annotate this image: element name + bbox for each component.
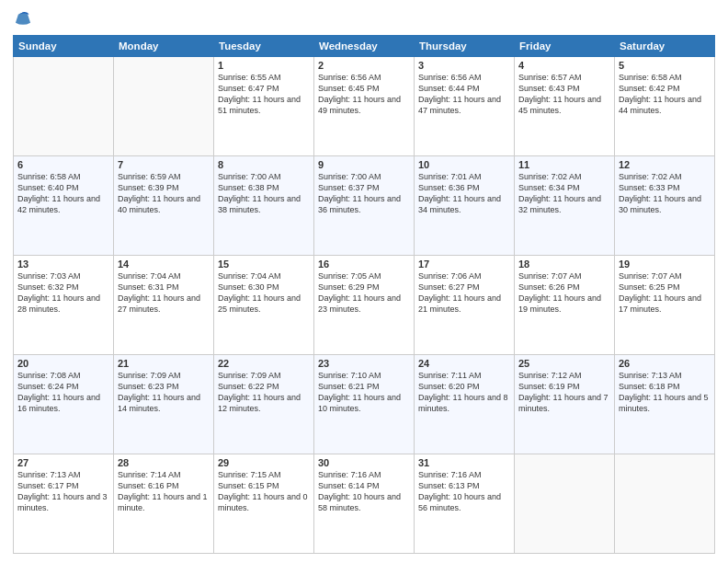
day-cell [14,57,114,156]
day-info: Sunrise: 6:56 AMSunset: 6:44 PMDaylight:… [418,72,510,117]
day-info: Sunrise: 7:03 AMSunset: 6:32 PMDaylight:… [17,270,109,316]
day-cell: 30Sunrise: 7:16 AMSunset: 6:14 PMDayligh… [314,454,415,554]
day-number: 16 [318,259,410,270]
day-cell: 15Sunrise: 7:04 AMSunset: 6:30 PMDayligh… [214,256,314,355]
day-info: Sunrise: 7:01 AMSunset: 6:36 PMDaylight:… [418,171,510,216]
day-info: Sunrise: 7:10 AMSunset: 6:21 PMDaylight:… [318,370,410,415]
day-number: 22 [218,358,310,369]
day-cell: 19Sunrise: 7:07 AMSunset: 6:25 PMDayligh… [615,256,715,355]
day-cell [114,57,214,156]
day-info: Sunrise: 6:56 AMSunset: 6:45 PMDaylight:… [318,72,410,117]
day-cell: 14Sunrise: 7:04 AMSunset: 6:31 PMDayligh… [114,256,214,355]
day-number: 6 [17,159,109,170]
day-cell: 1Sunrise: 6:55 AMSunset: 6:47 PMDaylight… [214,57,314,156]
weekday-sunday: Sunday [14,36,114,57]
day-cell: 22Sunrise: 7:09 AMSunset: 6:22 PMDayligh… [214,355,314,454]
calendar-table: SundayMondayTuesdayWednesdayThursdayFrid… [13,35,715,554]
day-info: Sunrise: 7:00 AMSunset: 6:37 PMDaylight:… [318,171,410,216]
day-info: Sunrise: 7:13 AMSunset: 6:17 PMDaylight:… [17,469,109,514]
day-info: Sunrise: 7:04 AMSunset: 6:31 PMDaylight:… [118,270,210,316]
day-cell: 8Sunrise: 7:00 AMSunset: 6:38 PMDaylight… [214,156,314,256]
day-info: Sunrise: 7:00 AMSunset: 6:38 PMDaylight:… [218,171,310,216]
day-cell: 23Sunrise: 7:10 AMSunset: 6:21 PMDayligh… [314,355,415,454]
day-number: 9 [318,159,410,170]
day-cell: 6Sunrise: 6:58 AMSunset: 6:40 PMDaylight… [14,156,114,256]
day-info: Sunrise: 6:57 AMSunset: 6:43 PMDaylight:… [518,72,610,117]
day-cell: 25Sunrise: 7:12 AMSunset: 6:19 PMDayligh… [515,355,615,454]
day-info: Sunrise: 7:09 AMSunset: 6:22 PMDaylight:… [218,370,310,415]
day-cell: 18Sunrise: 7:07 AMSunset: 6:26 PMDayligh… [515,256,615,355]
week-row-1: 1Sunrise: 6:55 AMSunset: 6:47 PMDaylight… [14,57,715,156]
day-number: 26 [619,358,711,369]
day-number: 13 [17,259,109,270]
day-number: 27 [17,457,109,468]
day-info: Sunrise: 6:59 AMSunset: 6:39 PMDaylight:… [118,171,210,216]
weekday-header-row: SundayMondayTuesdayWednesdayThursdayFrid… [14,36,715,57]
day-cell: 9Sunrise: 7:00 AMSunset: 6:37 PMDaylight… [314,156,415,256]
day-cell: 2Sunrise: 6:56 AMSunset: 6:45 PMDaylight… [314,57,415,156]
day-number: 28 [118,457,210,468]
weekday-thursday: Thursday [415,36,515,57]
day-number: 3 [418,60,510,71]
day-number: 17 [418,259,510,270]
day-info: Sunrise: 6:58 AMSunset: 6:40 PMDaylight:… [17,171,109,216]
day-number: 2 [318,60,410,71]
logo-icon [13,9,33,29]
day-cell: 17Sunrise: 7:06 AMSunset: 6:27 PMDayligh… [415,256,515,355]
day-info: Sunrise: 7:13 AMSunset: 6:18 PMDaylight:… [619,370,711,415]
weekday-monday: Monday [114,36,214,57]
day-info: Sunrise: 7:08 AMSunset: 6:24 PMDaylight:… [17,370,109,415]
day-info: Sunrise: 7:02 AMSunset: 6:33 PMDaylight:… [619,171,711,216]
day-number: 20 [17,358,109,369]
day-number: 14 [118,259,210,270]
day-info: Sunrise: 7:04 AMSunset: 6:30 PMDaylight:… [218,270,310,316]
week-row-4: 20Sunrise: 7:08 AMSunset: 6:24 PMDayligh… [14,355,715,454]
logo [13,9,37,29]
day-number: 12 [619,159,711,170]
day-cell: 29Sunrise: 7:15 AMSunset: 6:15 PMDayligh… [214,454,314,554]
day-info: Sunrise: 7:12 AMSunset: 6:19 PMDaylight:… [518,370,610,415]
week-row-5: 27Sunrise: 7:13 AMSunset: 6:17 PMDayligh… [14,454,715,554]
day-cell: 3Sunrise: 6:56 AMSunset: 6:44 PMDaylight… [415,57,515,156]
day-cell: 13Sunrise: 7:03 AMSunset: 6:32 PMDayligh… [14,256,114,355]
day-cell: 27Sunrise: 7:13 AMSunset: 6:17 PMDayligh… [14,454,114,554]
week-row-2: 6Sunrise: 6:58 AMSunset: 6:40 PMDaylight… [14,156,715,256]
day-cell [515,454,615,554]
weekday-saturday: Saturday [615,36,715,57]
day-cell: 20Sunrise: 7:08 AMSunset: 6:24 PMDayligh… [14,355,114,454]
day-number: 15 [218,259,310,270]
day-cell: 12Sunrise: 7:02 AMSunset: 6:33 PMDayligh… [615,156,715,256]
day-number: 10 [418,159,510,170]
day-info: Sunrise: 7:09 AMSunset: 6:23 PMDaylight:… [118,370,210,415]
day-info: Sunrise: 7:16 AMSunset: 6:14 PMDaylight:… [318,469,410,514]
day-cell: 4Sunrise: 6:57 AMSunset: 6:43 PMDaylight… [515,57,615,156]
day-info: Sunrise: 7:11 AMSunset: 6:20 PMDaylight:… [418,370,510,415]
day-number: 8 [218,159,310,170]
day-number: 11 [518,159,610,170]
day-number: 23 [318,358,410,369]
day-cell: 24Sunrise: 7:11 AMSunset: 6:20 PMDayligh… [415,355,515,454]
day-number: 5 [619,60,711,71]
day-number: 31 [418,457,510,468]
day-info: Sunrise: 7:07 AMSunset: 6:26 PMDaylight:… [518,270,610,316]
day-number: 18 [518,259,610,270]
day-number: 21 [118,358,210,369]
day-cell: 7Sunrise: 6:59 AMSunset: 6:39 PMDaylight… [114,156,214,256]
page: SundayMondayTuesdayWednesdayThursdayFrid… [0,0,728,563]
day-info: Sunrise: 7:05 AMSunset: 6:29 PMDaylight:… [318,270,410,316]
day-cell: 26Sunrise: 7:13 AMSunset: 6:18 PMDayligh… [615,355,715,454]
day-cell: 31Sunrise: 7:16 AMSunset: 6:13 PMDayligh… [415,454,515,554]
day-cell: 11Sunrise: 7:02 AMSunset: 6:34 PMDayligh… [515,156,615,256]
day-cell: 5Sunrise: 6:58 AMSunset: 6:42 PMDaylight… [615,57,715,156]
day-number: 30 [318,457,410,468]
day-info: Sunrise: 7:06 AMSunset: 6:27 PMDaylight:… [418,270,510,316]
day-cell: 21Sunrise: 7:09 AMSunset: 6:23 PMDayligh… [114,355,214,454]
day-info: Sunrise: 7:07 AMSunset: 6:25 PMDaylight:… [619,270,711,316]
header [13,9,715,29]
day-number: 25 [518,358,610,369]
day-number: 7 [118,159,210,170]
day-info: Sunrise: 7:14 AMSunset: 6:16 PMDaylight:… [118,469,210,514]
weekday-tuesday: Tuesday [214,36,314,57]
day-number: 19 [619,259,711,270]
day-info: Sunrise: 7:02 AMSunset: 6:34 PMDaylight:… [518,171,610,216]
